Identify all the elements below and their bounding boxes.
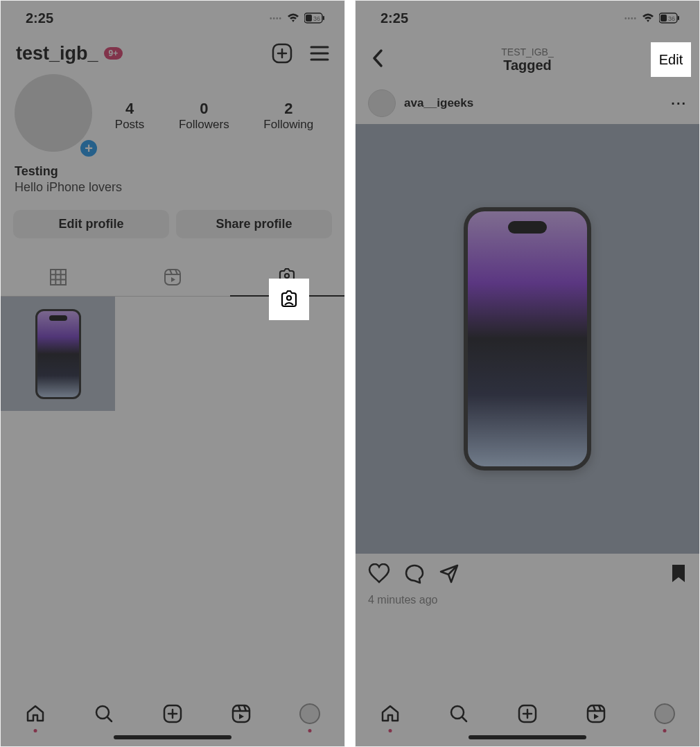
profile-avatar-icon (299, 703, 320, 724)
followers-count: 0 (179, 100, 229, 118)
reels-nav-icon (586, 703, 606, 724)
plus-box-icon (517, 703, 538, 724)
profile-avatar-icon (654, 703, 675, 724)
tagged-post-thumb[interactable] (1, 297, 115, 411)
status-bar: 2:25 •••• 36 (1, 1, 344, 35)
status-time: 2:25 (380, 10, 408, 26)
posts-label: Posts (115, 118, 145, 132)
wifi-icon (641, 12, 655, 24)
create-post-button[interactable] (271, 42, 293, 64)
wifi-icon (286, 12, 300, 24)
post-author[interactable]: ava__igeeks (368, 89, 473, 117)
battery-icon: 36 (304, 12, 325, 24)
svg-point-6 (285, 274, 289, 278)
tagged-icon (279, 289, 299, 310)
display-name: Testing (15, 164, 331, 179)
add-story-icon[interactable]: + (78, 138, 99, 159)
posts-count: 4 (115, 100, 145, 118)
reels-nav-icon (231, 703, 252, 724)
battery-icon: 36 (659, 12, 680, 24)
search-icon (94, 703, 114, 724)
tab-grid[interactable] (1, 258, 115, 296)
bookmark-button[interactable] (670, 563, 687, 587)
post-header: ava__igeeks ··· (356, 82, 699, 124)
svg-rect-12 (660, 15, 667, 21)
chevron-left-icon (371, 49, 385, 68)
nav-search[interactable] (92, 702, 116, 726)
cell-signal-icon: •••• (624, 15, 637, 22)
post-actions (356, 554, 699, 591)
tagged-detail-screen: 2:25 •••• 36 TEST_IGB_ Tagged Edit Edit … (355, 0, 700, 747)
send-icon (439, 563, 460, 584)
profile-avatar[interactable]: + (15, 74, 98, 157)
home-icon (380, 703, 401, 724)
avatar-placeholder-icon (15, 74, 92, 152)
author-username: ava__igeeks (404, 96, 473, 110)
phone-image-icon (35, 309, 81, 399)
tab-reels[interactable] (115, 258, 229, 296)
header-title: Tagged (501, 58, 553, 73)
hamburger-menu-button[interactable] (308, 42, 331, 64)
nav-home[interactable] (378, 702, 402, 726)
post-image[interactable] (356, 124, 699, 554)
status-bar: 2:25 •••• 36 (356, 1, 699, 35)
plus-box-icon (162, 703, 183, 724)
phone-image-icon (464, 207, 591, 471)
share-profile-button[interactable]: Share profile (176, 210, 332, 238)
username-row[interactable]: test_igb_ 9+ (16, 43, 123, 64)
post-timestamp: 4 minutes ago (356, 591, 699, 609)
edit-profile-button[interactable]: Edit profile (13, 210, 169, 238)
nav-search[interactable] (447, 702, 471, 726)
svg-rect-2 (323, 16, 324, 20)
nav-create[interactable] (516, 702, 539, 726)
home-indicator (114, 735, 231, 739)
share-button[interactable] (439, 563, 460, 587)
cell-signal-icon: •••• (270, 15, 282, 22)
svg-rect-1 (306, 15, 312, 21)
like-button[interactable] (368, 563, 390, 587)
search-icon (448, 703, 469, 724)
bio-text: Hello iPhone lovers (15, 180, 331, 195)
profile-screen: 2:25 •••• 36 test_igb_ 9+ + (0, 0, 345, 747)
nav-create[interactable] (161, 702, 184, 726)
svg-point-7 (287, 296, 291, 300)
svg-rect-17 (588, 705, 604, 722)
post-more-button[interactable]: ··· (671, 96, 687, 112)
notification-badge: 9+ (104, 47, 123, 60)
back-button[interactable] (371, 49, 385, 71)
profile-header: test_igb_ 9+ (1, 35, 344, 70)
edit-button-highlight[interactable]: Edit (651, 42, 691, 77)
comment-icon (404, 563, 425, 584)
svg-text:36: 36 (668, 15, 675, 22)
username-label: test_igb_ (16, 43, 98, 64)
nav-home[interactable] (24, 702, 47, 726)
nav-profile[interactable] (653, 702, 676, 726)
following-stat[interactable]: 2 Following (263, 100, 313, 132)
comment-button[interactable] (404, 563, 425, 587)
svg-rect-5 (165, 270, 180, 285)
profile-action-row: Edit profile Share profile (1, 195, 344, 238)
reels-icon (163, 267, 182, 287)
grid-icon (49, 267, 68, 287)
nav-reels[interactable] (584, 702, 608, 726)
following-count: 2 (263, 100, 313, 118)
home-icon (25, 703, 46, 724)
tagged-header: TEST_IGB_ Tagged Edit (356, 37, 699, 82)
profile-stats-row: + 4 Posts 0 Followers 2 Following (1, 70, 344, 157)
header-subtitle: TEST_IGB_ (501, 46, 553, 58)
svg-rect-13 (678, 16, 679, 20)
home-indicator (469, 735, 586, 739)
nav-profile[interactable] (298, 702, 322, 726)
followers-label: Followers (179, 118, 229, 132)
followers-stat[interactable]: 0 Followers (179, 100, 229, 132)
following-label: Following (263, 118, 313, 132)
svg-rect-10 (233, 705, 250, 722)
author-avatar-icon (368, 89, 396, 117)
nav-reels[interactable] (229, 702, 253, 726)
profile-bio: Testing Hello iPhone lovers (1, 157, 344, 195)
bookmark-icon (670, 563, 687, 584)
svg-text:36: 36 (313, 15, 320, 22)
heart-icon (368, 563, 390, 584)
posts-stat[interactable]: 4 Posts (115, 100, 145, 132)
status-time: 2:25 (26, 10, 53, 26)
